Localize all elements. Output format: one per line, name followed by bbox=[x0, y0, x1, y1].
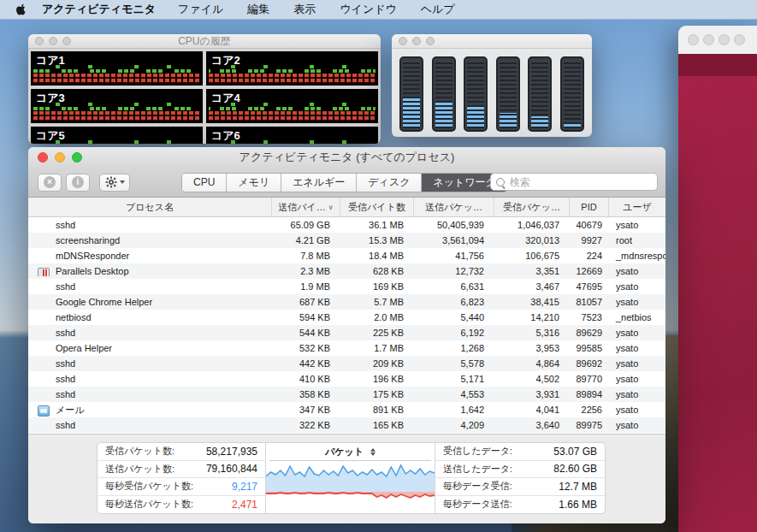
table-row[interactable]: sshd 1.9 MB 169 KB 6,631 3,467 47695 ysa… bbox=[28, 279, 665, 294]
cpu-usage-titlebar[interactable] bbox=[392, 34, 592, 49]
menu-item[interactable]: ウインドウ bbox=[340, 3, 397, 15]
column-received-packets[interactable]: 受信パケッ… bbox=[494, 198, 570, 216]
table-row[interactable]: sshd 358 KB 175 KB 4,553 3,931 89894 ysa… bbox=[28, 387, 665, 402]
window-button[interactable] bbox=[734, 34, 745, 45]
window-controls bbox=[38, 152, 82, 163]
column-received-bytes[interactable]: 受信バイト数 bbox=[340, 198, 414, 216]
titlebar[interactable]: アクティビティモニタ (すべてのプロセス) bbox=[28, 147, 665, 168]
process-name: sshd bbox=[56, 328, 75, 338]
table-row[interactable]: sshd 544 KB 225 KB 6,192 5,316 89629 ysa… bbox=[28, 325, 665, 340]
menu-app-name[interactable]: アクティビティモニタ bbox=[42, 2, 156, 17]
received-packets: 3,351 bbox=[494, 266, 570, 276]
table-row[interactable]: sshd 65.09 GB 36.1 MB 50,405,939 1,046,0… bbox=[28, 217, 665, 233]
zoom-button[interactable] bbox=[62, 37, 71, 45]
table-row[interactable]: mDNSResponder 7.8 MB 18.4 MB 41,756 106,… bbox=[28, 248, 665, 263]
search-field[interactable] bbox=[490, 173, 658, 191]
pid: 7523 bbox=[570, 312, 609, 322]
tab-エネルギー[interactable]: エネルギー bbox=[281, 174, 357, 192]
search-input[interactable] bbox=[508, 175, 640, 189]
tab-メモリ[interactable]: メモリ bbox=[227, 174, 281, 192]
minimize-button[interactable] bbox=[703, 34, 714, 45]
sent-bytes: 544 KB bbox=[272, 328, 340, 338]
sent-bytes: 594 KB bbox=[272, 312, 340, 322]
stat-value: 82.60 GB bbox=[553, 463, 597, 475]
stat-label: 送信したデータ: bbox=[443, 463, 512, 476]
sent-packets: 1,642 bbox=[414, 405, 494, 415]
meter-stripes bbox=[500, 60, 517, 128]
window-controls[interactable] bbox=[35, 37, 71, 45]
inspect-process-button[interactable]: i bbox=[66, 174, 90, 192]
table-row[interactable]: Google Chrome Helper 687 KB 5.7 MB 6,823… bbox=[28, 294, 665, 310]
column-sent-bytes[interactable]: 送信バイ…∨ bbox=[272, 198, 340, 216]
pid: 99585 bbox=[570, 343, 609, 353]
table-row[interactable]: Parallels Desktop 2.3 MB 628 KB 12,732 3… bbox=[28, 263, 665, 279]
pid: 89629 bbox=[570, 328, 609, 338]
close-button[interactable] bbox=[38, 152, 48, 163]
menu-item[interactable]: ヘルプ bbox=[421, 3, 455, 15]
process-name: mDNSResponder bbox=[56, 251, 129, 261]
cpu-usage-window bbox=[392, 34, 592, 137]
process-name: sshd bbox=[56, 420, 75, 430]
apple-menu-icon[interactable] bbox=[15, 3, 27, 16]
table-row[interactable]: メール 347 KB 891 KB 1,642 4,041 2256 ysato bbox=[28, 402, 665, 417]
process-name: sshd bbox=[56, 389, 75, 399]
user: ysato bbox=[609, 281, 665, 292]
zoom-button[interactable] bbox=[719, 34, 730, 45]
menu-item[interactable]: 表示 bbox=[293, 3, 316, 15]
zoom-button[interactable] bbox=[426, 37, 435, 45]
minimize-button[interactable] bbox=[49, 37, 57, 45]
options-menu-button[interactable] bbox=[99, 174, 130, 192]
user: ysato bbox=[609, 374, 665, 384]
user: ysato bbox=[609, 266, 665, 276]
chart-metric-popup[interactable]: パケット bbox=[269, 443, 431, 461]
pid: 47695 bbox=[570, 281, 609, 292]
stat-row: 毎秒データ送信: 1.66 MB bbox=[435, 496, 605, 514]
table-row[interactable]: sshd 410 KB 196 KB 5,171 4,502 89770 ysa… bbox=[28, 371, 665, 387]
received-packets: 3,467 bbox=[494, 281, 570, 292]
user: root bbox=[609, 235, 665, 245]
table-row[interactable]: sshd 322 KB 165 KB 4,209 3,640 89975 ysa… bbox=[28, 417, 665, 433]
chart-title: パケット bbox=[325, 446, 364, 458]
sent-packets: 5,171 bbox=[414, 374, 494, 384]
core-history-user bbox=[33, 107, 200, 110]
menu-item[interactable]: 編集 bbox=[247, 3, 269, 15]
sent-packets: 12,732 bbox=[414, 266, 494, 276]
close-button[interactable] bbox=[35, 37, 44, 45]
stat-label: 毎秒受信パケット数: bbox=[105, 480, 193, 493]
table-row[interactable]: screensharingd 4.21 GB 15.3 MB 3,561,094… bbox=[28, 233, 665, 248]
minimize-button[interactable] bbox=[412, 37, 421, 45]
zoom-button[interactable] bbox=[72, 152, 82, 163]
cpu-meter bbox=[528, 56, 552, 132]
tab-ディスク[interactable]: ディスク bbox=[357, 174, 422, 192]
user: _netbios bbox=[609, 312, 665, 322]
window-controls[interactable] bbox=[399, 37, 435, 45]
close-button[interactable] bbox=[688, 34, 699, 45]
tab-CPU[interactable]: CPU bbox=[182, 174, 227, 192]
quit-process-button[interactable]: × bbox=[38, 174, 62, 192]
received-packets: 4,041 bbox=[494, 405, 570, 415]
received-bytes: 15.3 MB bbox=[340, 235, 414, 245]
close-button[interactable] bbox=[399, 37, 407, 45]
core-history-user bbox=[209, 103, 376, 106]
stat-row: 送信パケット数: 79,160,844 bbox=[98, 461, 265, 479]
background-window-titlebar[interactable] bbox=[678, 26, 757, 54]
process-name: sshd bbox=[56, 220, 75, 230]
sent-packets: 4,209 bbox=[414, 420, 494, 430]
menu-item[interactable]: ファイル bbox=[178, 3, 223, 15]
table-row[interactable]: Opera Helper 532 KB 1.7 MB 1,268 3,953 9… bbox=[28, 340, 665, 356]
column-sent-packets[interactable]: 送信パケッ… bbox=[414, 198, 494, 216]
sent-bytes: 410 KB bbox=[272, 374, 340, 384]
pid: 89975 bbox=[570, 420, 609, 430]
column-pid[interactable]: PID bbox=[570, 198, 609, 216]
background-window[interactable] bbox=[678, 26, 757, 532]
menu-bar: アクティビティモニタ ファイル編集表示ウインドウヘルプ bbox=[0, 0, 757, 20]
table-row[interactable]: sshd 442 KB 209 KB 5,578 4,864 89692 ysa… bbox=[28, 356, 665, 371]
minimize-button[interactable] bbox=[55, 152, 65, 163]
table-row[interactable]: netbiosd 594 KB 2.0 MB 5,440 14,210 7523… bbox=[28, 310, 665, 325]
mail-app-icon bbox=[38, 405, 50, 417]
received-bytes: 18.4 MB bbox=[340, 251, 414, 261]
column-user[interactable]: ユーザ bbox=[609, 198, 665, 216]
cpu-history-titlebar[interactable]: CPUの履歴 bbox=[28, 34, 381, 49]
parallels-app-icon bbox=[38, 268, 50, 276]
column-process-name[interactable]: プロセス名 bbox=[28, 198, 272, 216]
